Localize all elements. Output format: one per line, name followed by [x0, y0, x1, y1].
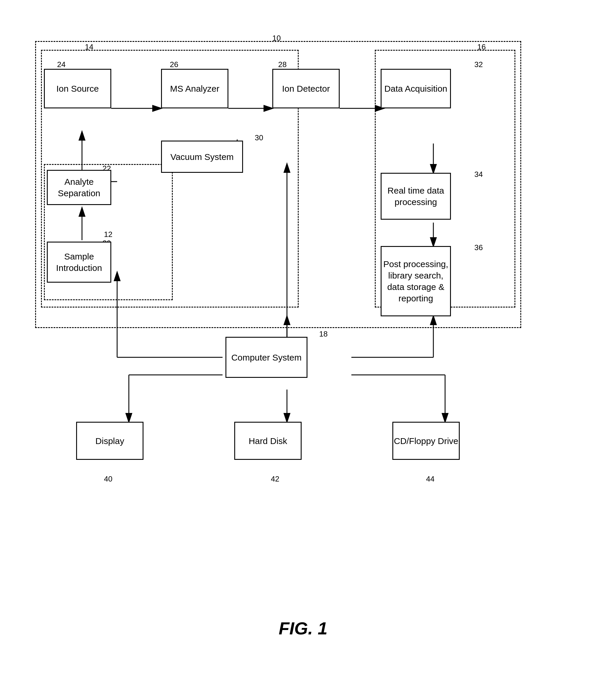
computer-system-box: Computer System [226, 337, 308, 378]
ion-source-label: Ion Source [56, 83, 99, 94]
cd-floppy-label: CD/Floppy Drive [394, 435, 458, 447]
ref-24: 24 [57, 60, 66, 69]
real-time-label: Real time data processing [381, 185, 450, 208]
sample-introduction-label: Sample Introduction [48, 251, 110, 273]
figure-label: FIG. 1 [279, 618, 328, 638]
sample-introduction-box: Sample Introduction [47, 242, 111, 283]
post-processing-label: Post processing, library search, data st… [381, 258, 450, 304]
hard-disk-box: Hard Disk [234, 422, 301, 460]
ms-analyzer-label: MS Analyzer [170, 83, 219, 94]
vacuum-system-label: Vacuum System [170, 151, 234, 163]
ref-34: 34 [474, 170, 483, 179]
ref-40: 40 [104, 474, 112, 483]
display-box: Display [76, 422, 144, 460]
ref-26: 26 [170, 60, 178, 69]
data-acquisition-label: Data Acquisition [384, 83, 447, 94]
real-time-box: Real time data processing [381, 173, 451, 220]
vacuum-system-box: Vacuum System [161, 141, 243, 173]
ref-30: 30 [255, 133, 263, 142]
ref-42: 42 [271, 474, 279, 483]
ms-analyzer-box: MS Analyzer [161, 69, 228, 108]
analyte-separation-box: Analyte Separation [47, 170, 111, 205]
ion-detector-box: Ion Detector [272, 69, 340, 108]
display-label: Display [96, 435, 124, 447]
analyte-separation-label: Analyte Separation [48, 176, 110, 199]
data-acquisition-box: Data Acquisition [381, 69, 451, 108]
ref-28: 28 [278, 60, 287, 69]
ion-detector-label: Ion Detector [282, 83, 330, 94]
ref-18: 18 [319, 329, 328, 338]
hard-disk-label: Hard Disk [249, 435, 287, 447]
diagram-container: 10 14 16 12 24 Ion Source 26 MS Analyzer… [18, 18, 589, 662]
ref-36: 36 [474, 243, 483, 252]
computer-system-label: Computer System [231, 352, 301, 363]
post-processing-box: Post processing, library search, data st… [381, 246, 451, 316]
ref-32: 32 [474, 60, 483, 69]
ion-source-box: Ion Source [44, 69, 111, 108]
cd-floppy-box: CD/Floppy Drive [392, 422, 460, 460]
ref-44: 44 [426, 474, 435, 483]
